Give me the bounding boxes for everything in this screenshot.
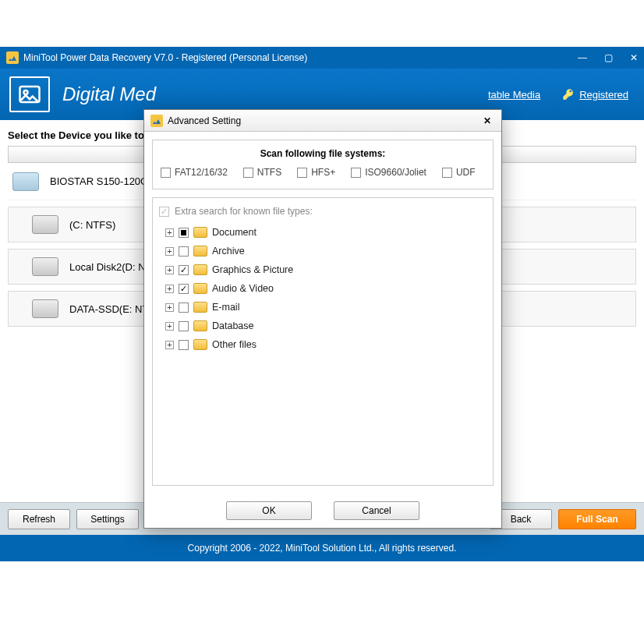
section-icon bbox=[9, 76, 50, 112]
full-scan-button[interactable]: Full Scan bbox=[558, 509, 636, 529]
section-title: Digital Med bbox=[62, 83, 156, 105]
filetype-checkbox[interactable] bbox=[179, 284, 189, 294]
fs-hfs-checkbox[interactable]: HFS+ bbox=[297, 167, 335, 178]
fs-udf-checkbox[interactable]: UDF bbox=[442, 167, 476, 178]
folder-icon bbox=[193, 264, 207, 275]
dialog-icon bbox=[150, 115, 163, 127]
extra-search-label: Extra search for known file types: bbox=[175, 206, 313, 217]
filetype-label: Document bbox=[212, 227, 257, 238]
filetype-checkbox[interactable] bbox=[179, 228, 189, 238]
filetype-item[interactable]: +Other files bbox=[165, 335, 487, 354]
svg-point-2 bbox=[24, 90, 28, 94]
filetype-item[interactable]: +Archive bbox=[165, 242, 487, 260]
folder-icon bbox=[193, 283, 207, 294]
fs-ntfs-checkbox[interactable]: NTFS bbox=[243, 167, 281, 178]
window-title: MiniTool Power Data Recovery V7.0 - Regi… bbox=[23, 52, 578, 63]
filetype-label: Database bbox=[212, 320, 254, 331]
filetype-group: Extra search for known file types: +Docu… bbox=[152, 197, 494, 486]
filetype-label: Audio & Video bbox=[212, 283, 274, 294]
titlebar: MiniTool Power Data Recovery V7.0 - Regi… bbox=[0, 47, 644, 69]
fs-fat-checkbox[interactable]: FAT12/16/32 bbox=[161, 167, 228, 178]
filetype-item[interactable]: +Document bbox=[165, 223, 487, 242]
dialog-titlebar: Advanced Setting ✕ bbox=[144, 110, 501, 132]
ok-button[interactable]: OK bbox=[226, 501, 312, 520]
partition-icon bbox=[32, 257, 58, 276]
close-button[interactable]: ✕ bbox=[630, 52, 638, 63]
folder-icon bbox=[193, 246, 207, 257]
filetype-label: Graphics & Picture bbox=[212, 264, 293, 275]
extra-search-checkbox: Extra search for known file types: bbox=[159, 206, 487, 217]
cancel-button[interactable]: Cancel bbox=[334, 501, 419, 520]
footer: Copyright 2006 - 2022, MiniTool Solution… bbox=[0, 535, 644, 561]
registered-link[interactable]: Registered bbox=[562, 88, 628, 101]
filetype-label: Other files bbox=[212, 339, 257, 350]
filetype-checkbox[interactable] bbox=[179, 246, 189, 257]
partition-icon bbox=[32, 299, 58, 318]
maximize-button[interactable]: ▢ bbox=[604, 52, 613, 63]
filetype-item[interactable]: +Audio & Video bbox=[165, 279, 487, 298]
expand-icon[interactable]: + bbox=[165, 322, 174, 331]
folder-icon bbox=[193, 320, 207, 331]
expand-icon[interactable]: + bbox=[165, 266, 174, 274]
filetype-label: Archive bbox=[212, 246, 245, 257]
copyright-text: Copyright 2006 - 2022, MiniTool Solution… bbox=[188, 543, 457, 554]
expand-icon[interactable]: + bbox=[165, 303, 174, 312]
filetype-checkbox[interactable] bbox=[179, 340, 189, 350]
folder-icon bbox=[193, 339, 207, 350]
partition-icon bbox=[32, 215, 58, 234]
drive-label: BIOSTAR S150-120G bbox=[50, 175, 148, 187]
partition-label: (C: NTFS) bbox=[69, 219, 115, 231]
filetype-label: E-mail bbox=[212, 302, 239, 313]
dialog-buttons: OK Cancel bbox=[144, 494, 501, 528]
expand-icon[interactable]: + bbox=[165, 341, 174, 349]
minimize-button[interactable]: — bbox=[578, 52, 587, 63]
fs-iso-checkbox[interactable]: ISO9660/Joliet bbox=[351, 167, 426, 178]
folder-icon bbox=[193, 302, 207, 313]
svg-rect-0 bbox=[6, 51, 19, 64]
key-icon bbox=[562, 88, 575, 101]
filesystem-title: Scan following file systems: bbox=[161, 148, 485, 159]
expand-icon[interactable]: + bbox=[165, 228, 174, 237]
partition-label: Local Disk2(D: NT bbox=[69, 261, 151, 273]
settings-button[interactable]: Settings bbox=[76, 509, 139, 529]
filetype-checkbox[interactable] bbox=[179, 321, 189, 331]
refresh-button[interactable]: Refresh bbox=[8, 509, 70, 529]
app-icon bbox=[6, 51, 19, 64]
dialog-title: Advanced Setting bbox=[168, 115, 475, 126]
filetype-item[interactable]: +Graphics & Picture bbox=[165, 260, 487, 279]
svg-rect-5 bbox=[150, 115, 163, 127]
filetype-item[interactable]: +E-mail bbox=[165, 298, 487, 317]
filetype-tree: +Document+Archive+Graphics & Picture+Aud… bbox=[159, 223, 487, 354]
filetype-checkbox[interactable] bbox=[179, 303, 189, 313]
partition-label: DATA-SSD(E: NTF bbox=[69, 303, 154, 315]
filesystem-group: Scan following file systems: FAT12/16/32… bbox=[152, 140, 494, 189]
expand-icon[interactable]: + bbox=[165, 247, 174, 256]
bootable-media-link[interactable]: table Media bbox=[488, 89, 540, 101]
drive-icon bbox=[12, 172, 39, 191]
filetype-checkbox[interactable] bbox=[179, 265, 189, 275]
dialog-close-button[interactable]: ✕ bbox=[479, 115, 495, 126]
expand-icon[interactable]: + bbox=[165, 285, 174, 293]
advanced-setting-dialog: Advanced Setting ✕ Scan following file s… bbox=[143, 109, 502, 529]
filetype-item[interactable]: +Database bbox=[165, 317, 487, 335]
folder-icon bbox=[193, 227, 207, 238]
